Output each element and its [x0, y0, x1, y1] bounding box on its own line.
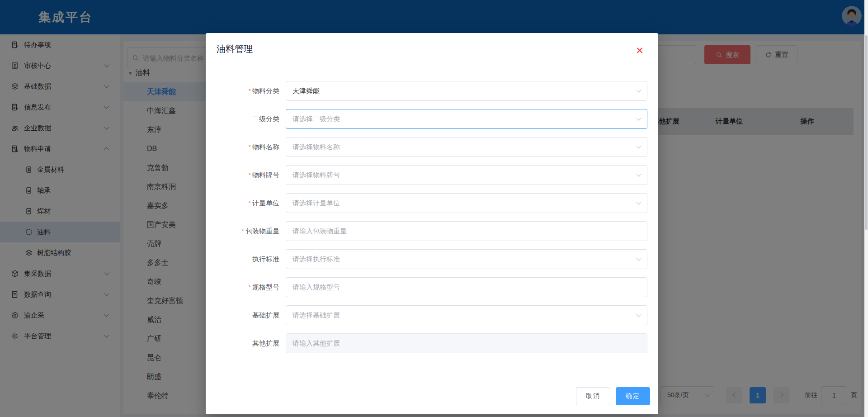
chevron-down-icon	[636, 87, 641, 92]
chevron-down-icon	[636, 199, 641, 204]
oil-management-dialog: 油料管理 ✕ * 物料分类 天津舜能 * 二级分类 请选择二级分类 * 物料名称…	[206, 33, 658, 414]
dialog-footer: 取消 确定	[576, 387, 650, 405]
form-row-3: * 物料牌号 请选择物料牌号	[206, 165, 658, 185]
form-label: * 物料牌号	[206, 171, 286, 180]
form-row-4: * 计量单位 请选择计量单位	[206, 193, 658, 213]
form-field[interactable]: 请选择二级分类	[286, 109, 647, 129]
scrollbar-track[interactable]	[864, 0, 868, 417]
form-field[interactable]: 请选择基础扩展	[286, 305, 647, 325]
form-row-6: * 执行标准 请选择执行标准	[206, 249, 658, 269]
form-field[interactable]: 请选择计量单位	[286, 193, 647, 213]
required-asterisk: *	[249, 199, 251, 207]
form-row-7: * 规格型号 请输入规格型号	[206, 277, 658, 297]
chevron-down-icon	[636, 143, 641, 148]
app-root: 集成平台 待办事项 审核中心 基础数据 信息发布 企业数据	[0, 0, 868, 417]
form-label: * 包装物重量	[206, 227, 286, 236]
form-label: * 二级分类	[206, 115, 286, 123]
close-icon[interactable]: ✕	[634, 45, 646, 57]
form-row-5: * 包装物重量 请输入包装物重量	[206, 221, 658, 241]
form-label: * 基础扩展	[206, 311, 286, 320]
form-label: * 执行标准	[206, 255, 286, 264]
form-field[interactable]: 请输入规格型号	[286, 277, 647, 297]
form-row-1: * 二级分类 请选择二级分类	[206, 109, 658, 129]
required-asterisk: *	[249, 284, 251, 291]
form-label: * 其他扩展	[206, 339, 286, 348]
form-row-8: * 基础扩展 请选择基础扩展	[206, 305, 658, 325]
form-row-0: * 物料分类 天津舜能	[206, 81, 658, 101]
form-field[interactable]: 天津舜能	[286, 81, 647, 101]
chevron-down-icon	[636, 256, 641, 261]
required-asterisk: *	[242, 227, 244, 235]
form-label: * 规格型号	[206, 283, 286, 292]
form-row-2: * 物料名称 请选择物料名称	[206, 137, 658, 157]
form-label: * 计量单位	[206, 199, 286, 208]
form-field[interactable]: 请输入包装物重量	[286, 221, 647, 241]
required-asterisk: *	[249, 87, 251, 95]
form-field[interactable]: 请选择执行标准	[286, 249, 647, 269]
chevron-down-icon	[636, 115, 641, 120]
confirm-button[interactable]: 确定	[616, 387, 650, 405]
form-field[interactable]: 请选择物料名称	[286, 137, 647, 157]
dialog-form: * 物料分类 天津舜能 * 二级分类 请选择二级分类 * 物料名称 请选择物料名…	[206, 65, 658, 353]
dialog-title: 油料管理	[217, 43, 253, 55]
form-field[interactable]: 请输入其他扩展	[286, 333, 647, 353]
form-field[interactable]: 请选择物料牌号	[286, 165, 647, 185]
form-label: * 物料分类	[206, 87, 286, 95]
dialog-header: 油料管理	[206, 33, 658, 65]
cancel-button[interactable]: 取消	[576, 387, 610, 405]
chevron-down-icon	[636, 312, 641, 317]
form-row-9: * 其他扩展 请输入其他扩展	[206, 333, 658, 353]
chevron-down-icon	[636, 171, 641, 176]
form-label: * 物料名称	[206, 143, 286, 152]
required-asterisk: *	[249, 171, 251, 179]
scrollbar-thumb[interactable]	[865, 35, 868, 230]
required-asterisk: *	[249, 143, 251, 151]
